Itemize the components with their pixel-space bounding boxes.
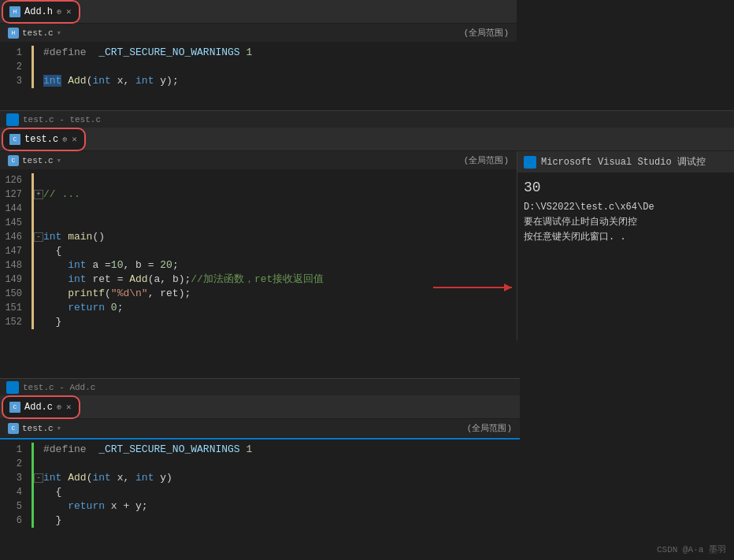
section3-title: test.c - Add.c xyxy=(23,383,95,392)
section3-titlebar: test.c - Add.c xyxy=(0,378,520,395)
debug-title: Microsoft Visual Studio 调试控 xyxy=(541,155,706,169)
code-line-e3-3: 3 - int Add(int x, int y) xyxy=(0,471,520,485)
file-icon-h: H xyxy=(9,6,20,17)
code-line-e3-5: 5 return x + y; xyxy=(0,499,520,514)
tab-test-c-label: test.c xyxy=(24,134,58,145)
editor2-dropdown[interactable]: test.c xyxy=(22,156,54,165)
debug-icon xyxy=(524,156,536,169)
editor3-content: 1 #define _CRT_SECURE_NO_WARNINGS 1 2 3 … xyxy=(0,438,520,540)
section3-container: test.c - Add.c C Add.c ⊕ ✕ C test.c ▾ (全… xyxy=(0,378,520,540)
close-icon[interactable]: ✕ xyxy=(65,6,72,17)
editor2-tabbar: C test.c ⊕ ✕ xyxy=(0,128,734,151)
watermark: CSDN @A·a 墨羽 xyxy=(657,543,726,555)
code-line-150: 150 printf("%d\n", ret); xyxy=(0,287,517,301)
red-arrow-annotation xyxy=(433,287,512,288)
editor3-header: C test.c ▾ (全局范围) xyxy=(0,419,520,438)
debug-path-line1: D:\VS2022\test.c\x64\De xyxy=(524,202,654,213)
code-line-1: 1 #define _CRT_SECURE_NO_WARNINGS 1 xyxy=(0,46,517,60)
editor2-panel-row: C test.c ▾ (全局范围) 126 127 xyxy=(0,151,734,340)
section2-titlebar: test.c - test.c xyxy=(0,110,734,128)
tab-add-h[interactable]: H Add.h ⊕ ✕ xyxy=(2,0,80,24)
editor3-tabbar: C Add.c ⊕ ✕ xyxy=(0,395,520,419)
expand-icon-127[interactable]: + xyxy=(34,190,43,199)
debug-path: D:\VS2022\test.c\x64\De 要在调试停止时自动关闭控 按任意… xyxy=(524,200,728,246)
code-line-e3-2: 2 xyxy=(0,457,520,471)
code-line-152: 152 } xyxy=(0,315,517,329)
editor1-content: 1 #define _CRT_SECURE_NO_WARNINGS 1 2 3 … xyxy=(0,43,517,113)
code-line-148: 148 int a =10, b = 20; xyxy=(0,258,517,273)
editor1-scope: (全局范围) xyxy=(464,27,509,39)
editor3-dropdown[interactable]: test.c xyxy=(22,424,54,433)
code-line-151: 151 return 0; xyxy=(0,301,517,315)
code-line-e3-4: 4 { xyxy=(0,485,520,499)
expand-icon-146[interactable]: - xyxy=(34,232,43,242)
debug-content: 30 D:\VS2022\test.c\x64\De 要在调试停止时自动关闭控 … xyxy=(517,173,734,252)
code-line-e3-6: 6 } xyxy=(0,514,520,528)
code-line-127: 127 + // ... xyxy=(0,187,517,202)
debug-panel: Microsoft Visual Studio 调试控 30 D:\VS2022… xyxy=(517,151,734,340)
pin-icon-3[interactable]: ⊕ xyxy=(57,402,61,412)
debug-output-number: 30 xyxy=(524,180,728,195)
code-line-e3-1: 1 #define _CRT_SECURE_NO_WARNINGS 1 xyxy=(0,443,520,457)
pin-icon[interactable]: ⊕ xyxy=(57,7,61,17)
editor1-tabbar: H Add.h ⊕ ✕ xyxy=(0,0,517,24)
tab-test-c[interactable]: C test.c ⊕ ✕ xyxy=(2,128,86,151)
debug-path-line2: 要在调试停止时自动关闭控 xyxy=(524,217,637,228)
editor1-container: H Add.h ⊕ ✕ H test.c ▾ (全局范围) 1 #define … xyxy=(0,0,517,113)
code-line-149: 149 int ret = Add(a, b);//加法函数，ret接收返回值 xyxy=(0,273,517,287)
tab-add-c[interactable]: C Add.c ⊕ ✕ xyxy=(2,395,80,419)
section2-icon xyxy=(6,113,19,126)
section2-title: test.c - test.c xyxy=(23,115,101,124)
tab-add-c-label: Add.c xyxy=(24,402,53,413)
editor3-scope: (全局范围) xyxy=(467,422,512,434)
code-line-145: 145 xyxy=(0,216,517,230)
pin-icon-2[interactable]: ⊕ xyxy=(62,135,67,144)
close-icon-2[interactable]: ✕ xyxy=(71,134,78,144)
editor2-scope: (全局范围) xyxy=(464,154,509,166)
code-line-126: 126 xyxy=(0,173,517,187)
expand-icon-e3-3[interactable]: - xyxy=(34,473,43,483)
tab-add-h-label: Add.h xyxy=(24,6,53,17)
editor2-content: 126 127 + // ... 144 xyxy=(0,170,517,340)
section3-icon xyxy=(6,381,19,394)
debug-path-line3: 按任意键关闭此窗口. . xyxy=(524,232,626,243)
code-line-147: 147 { xyxy=(0,244,517,258)
close-icon-3[interactable]: ✕ xyxy=(65,402,72,412)
debug-header: Microsoft Visual Studio 调试控 xyxy=(517,151,734,173)
editor2-code: C test.c ▾ (全局范围) 126 127 xyxy=(0,151,517,340)
section2-container: test.c - test.c C test.c ⊕ ✕ C test.c ▾ … xyxy=(0,110,734,340)
code-line-2: 2 xyxy=(0,60,517,74)
editor1-file-icon: H xyxy=(8,28,19,39)
code-line-146: 146 - int main() xyxy=(0,230,517,244)
editor1-header: H test.c ▾ (全局范围) xyxy=(0,24,517,43)
file-icon-add-c: C xyxy=(9,402,20,413)
code-line-3: 3 int Add(int x, int y); xyxy=(0,74,517,88)
editor2-header: C test.c ▾ (全局范围) xyxy=(0,151,517,170)
code-line-144: 144 xyxy=(0,202,517,216)
editor1-dropdown[interactable]: test.c xyxy=(22,28,54,38)
file-icon-c2: C xyxy=(9,134,20,145)
